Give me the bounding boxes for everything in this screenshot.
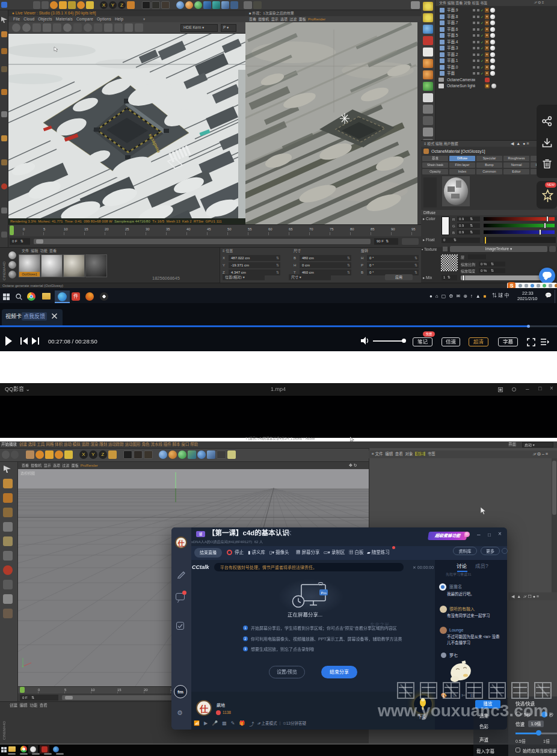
svg-text:Pro: Pro	[321, 591, 327, 595]
